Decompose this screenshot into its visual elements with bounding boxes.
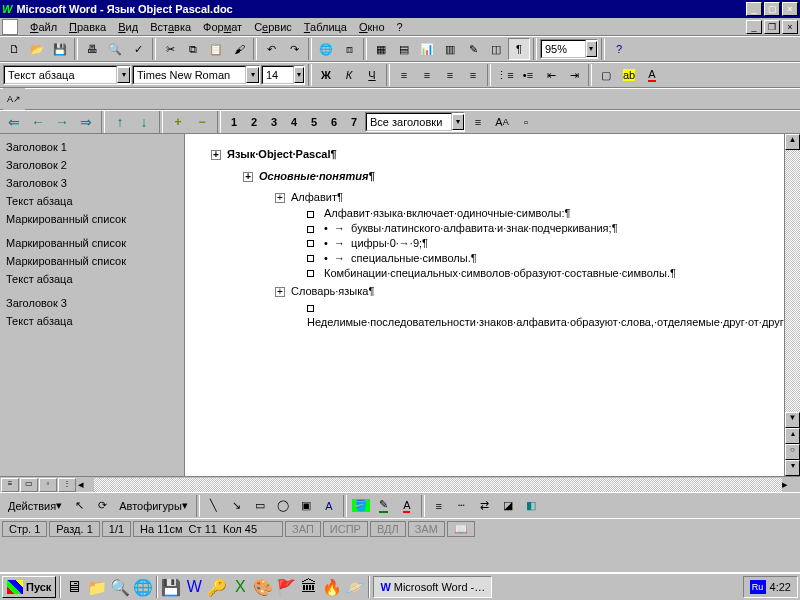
menu-table[interactable]: Таблица <box>298 20 353 34</box>
ql-save-icon[interactable]: 💾 <box>161 577 181 597</box>
align-left-button[interactable]: ≡ <box>393 64 415 86</box>
nav-item[interactable]: Заголовок 3 <box>6 294 178 312</box>
level-6[interactable]: 6 <box>325 116 343 128</box>
demote-body-button[interactable]: ⇒ <box>75 111 97 133</box>
cut-button[interactable]: ✂ <box>159 38 181 60</box>
textbox-button[interactable]: ▣ <box>295 495 317 517</box>
ql-ie-icon[interactable]: 🌐 <box>133 577 153 597</box>
insert-table-button[interactable]: ▤ <box>393 38 415 60</box>
line-button[interactable]: ╲ <box>203 495 225 517</box>
actions-menu[interactable]: Действия ▾ <box>3 495 67 517</box>
ql-paint-icon[interactable]: 🎨 <box>253 577 273 597</box>
ql-planet-icon[interactable]: 🪐 <box>345 577 365 597</box>
nav-item[interactable]: Маркированный список <box>6 234 178 252</box>
ql-key-icon[interactable]: 🔑 <box>207 577 227 597</box>
formatting-button[interactable]: AA <box>491 111 513 133</box>
open-button[interactable]: 📂 <box>26 38 48 60</box>
font-combo[interactable]: Times New Roman▾ <box>132 65 260 85</box>
mdi-minimize[interactable]: _ <box>746 20 762 34</box>
bold-button[interactable]: Ж <box>315 64 337 86</box>
ql-bank-icon[interactable]: 🏛 <box>299 577 319 597</box>
minimize-button[interactable]: _ <box>746 2 762 16</box>
status-ext[interactable]: ВДЛ <box>370 521 406 537</box>
align-center-button[interactable]: ≡ <box>416 64 438 86</box>
scroll-up-button[interactable]: ▲ <box>785 134 800 150</box>
line-style-button[interactable]: ≡ <box>428 495 450 517</box>
nav-item[interactable]: Заголовок 3 <box>6 174 178 192</box>
mdi-restore[interactable]: ❐ <box>764 20 780 34</box>
vertical-scrollbar[interactable]: ▲ ▼ ▴ ○ ▾ <box>784 134 800 476</box>
drawing-button[interactable]: ✎ <box>462 38 484 60</box>
docmap-button[interactable]: ◫ <box>485 38 507 60</box>
menu-help[interactable]: ? <box>391 20 409 34</box>
show-para-button[interactable]: ¶ <box>508 38 530 60</box>
maximize-button[interactable]: ▢ <box>764 2 780 16</box>
lang-indicator[interactable]: Ru <box>750 580 766 594</box>
preview-button[interactable]: 🔍 <box>104 38 126 60</box>
mdi-close[interactable]: × <box>782 20 798 34</box>
nav-item[interactable]: Текст абзаца <box>6 312 178 330</box>
indent-button[interactable]: ⇥ <box>563 64 585 86</box>
level-7[interactable]: 7 <box>345 116 363 128</box>
italic-button[interactable]: К <box>338 64 360 86</box>
menu-edit[interactable]: Правка <box>63 20 112 34</box>
level-5[interactable]: 5 <box>305 116 323 128</box>
ql-fire-icon[interactable]: 🔥 <box>322 577 342 597</box>
expand-button[interactable]: + <box>167 111 189 133</box>
help-button[interactable]: ? <box>608 38 630 60</box>
outline-plus-icon[interactable]: + <box>211 150 221 160</box>
justify-button[interactable]: ≡ <box>462 64 484 86</box>
tables-button[interactable]: ▦ <box>370 38 392 60</box>
fill-color-button[interactable]: 🪣 <box>350 495 372 517</box>
web-toolbar-button[interactable]: ⧈ <box>338 38 360 60</box>
menu-tools[interactable]: Сервис <box>248 20 298 34</box>
new-button[interactable]: 🗋 <box>3 38 25 60</box>
text-color-button[interactable]: A <box>396 495 418 517</box>
ql-excel-icon[interactable]: X <box>230 577 250 597</box>
hyperlink-button[interactable]: 🌐 <box>315 38 337 60</box>
menu-insert[interactable]: Вставка <box>144 20 197 34</box>
outline-view-button[interactable]: ⋮ <box>58 478 76 492</box>
arrow-button[interactable]: ↘ <box>226 495 248 517</box>
online-view-button[interactable]: ▭ <box>20 478 38 492</box>
columns-button[interactable]: ▥ <box>439 38 461 60</box>
shadow-button[interactable]: ◪ <box>497 495 519 517</box>
scroll-right-button[interactable]: ▸ <box>782 478 798 492</box>
oval-button[interactable]: ◯ <box>272 495 294 517</box>
numbering-button[interactable]: ⋮≡ <box>494 64 516 86</box>
rectangle-button[interactable]: ▭ <box>249 495 271 517</box>
outdent-button[interactable]: ⇤ <box>540 64 562 86</box>
master-doc-button[interactable]: ▫ <box>515 111 537 133</box>
rotate-button[interactable]: ⟳ <box>91 495 113 517</box>
status-trk[interactable]: ИСПР <box>323 521 368 537</box>
font-color-button[interactable]: A <box>641 64 663 86</box>
move-down-button[interactable]: ↓ <box>133 111 155 133</box>
menu-window[interactable]: Окно <box>353 20 391 34</box>
scroll-down-button[interactable]: ▼ <box>785 412 800 428</box>
status-ovr[interactable]: ЗАМ <box>408 521 445 537</box>
level-1[interactable]: 1 <box>225 116 243 128</box>
zoom-combo[interactable]: 95%▾ <box>540 39 598 59</box>
normal-view-button[interactable]: ≡ <box>1 478 19 492</box>
align-right-button[interactable]: ≡ <box>439 64 461 86</box>
outline-plus-icon[interactable]: + <box>275 193 285 203</box>
undo-button[interactable]: ↶ <box>260 38 282 60</box>
highlight-button[interactable]: ab <box>618 64 640 86</box>
close-button[interactable]: × <box>782 2 798 16</box>
ql-search-icon[interactable]: 🔍 <box>110 577 130 597</box>
ql-explorer-icon[interactable]: 📁 <box>87 577 107 597</box>
demote-button[interactable]: → <box>51 111 73 133</box>
size-combo[interactable]: 14▾ <box>261 65 305 85</box>
menu-file[interactable]: Файл <box>24 20 63 34</box>
select-objects-button[interactable]: ↖ <box>68 495 90 517</box>
print-button[interactable]: 🖶 <box>81 38 103 60</box>
level-3[interactable]: 3 <box>265 116 283 128</box>
redo-button[interactable]: ↷ <box>283 38 305 60</box>
status-book-icon[interactable]: 📖 <box>447 521 475 537</box>
app-icon[interactable] <box>2 19 18 35</box>
first-line-button[interactable]: ≡ <box>467 111 489 133</box>
nav-item[interactable]: Текст абзаца <box>6 192 178 210</box>
nav-item[interactable]: Заголовок 2 <box>6 156 178 174</box>
arrow-style-button[interactable]: ⇄ <box>474 495 496 517</box>
nav-item[interactable]: Маркированный список <box>6 252 178 270</box>
